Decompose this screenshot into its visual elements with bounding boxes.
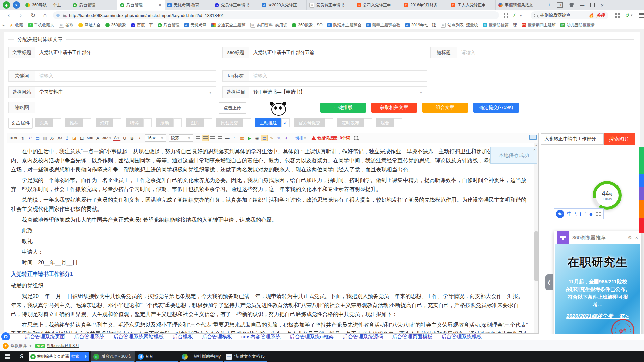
maximize-button[interactable] bbox=[590, 3, 595, 7]
font-color-icon[interactable]: A▼ bbox=[113, 135, 121, 141]
footer-link[interactable]: 后台管理系统ui框架 bbox=[290, 334, 334, 340]
attribute-checkbox[interactable] bbox=[364, 118, 372, 127]
gear-icon[interactable]: ⚙ bbox=[628, 235, 632, 240]
taskbar-app[interactable]: 一键排版助手(MyE... bbox=[179, 351, 223, 362]
align-right-icon[interactable] bbox=[209, 135, 216, 141]
close-icon[interactable]: × bbox=[635, 235, 638, 240]
user-icon[interactable]: ☻ bbox=[589, 211, 594, 217]
underline-icon[interactable]: U bbox=[121, 135, 128, 141]
bookmark-item[interactable]: 360搜索 bbox=[105, 22, 126, 28]
special-char-icon[interactable]: Ω bbox=[78, 135, 85, 141]
url-text[interactable]: http://lianhe.5068.com/index.php/admin/a… bbox=[69, 13, 224, 18]
taskbar-search-text[interactable]: 林则徐基金会辟谣 bbox=[36, 354, 70, 359]
home-icon[interactable]: ⌂ bbox=[42, 12, 48, 19]
bookmark-item[interactable]: 考无忧考网 bbox=[184, 22, 207, 28]
editor-scrollbar[interactable]: ▲ bbox=[534, 143, 538, 333]
align-left-icon[interactable] bbox=[195, 135, 201, 141]
attribute-chip[interactable]: 特荐 bbox=[126, 118, 152, 127]
image-zoom-icon[interactable] bbox=[354, 136, 358, 140]
page-props-icon[interactable]: ▤ bbox=[261, 135, 268, 141]
bold-icon[interactable]: B bbox=[129, 135, 136, 141]
taskbar-app[interactable]: e后台管理 - 360安... bbox=[91, 351, 135, 362]
attribute-chip[interactable]: 原创提交 bbox=[216, 118, 251, 127]
brush-icon[interactable]: ✎ bbox=[268, 135, 275, 141]
template-icon[interactable]: ▤ bbox=[34, 135, 41, 141]
ad-title[interactable]: 在职研究生 bbox=[555, 255, 640, 270]
dock-strip-green[interactable] bbox=[639, 147, 644, 174]
subscript-icon[interactable]: X₁ bbox=[49, 135, 56, 141]
upload-button[interactable]: 点击上传 bbox=[219, 102, 246, 114]
attribute-chip[interactable]: 组合 bbox=[376, 118, 402, 127]
browser-tab[interactable]: ▤党员转正申请书 bbox=[307, 0, 354, 10]
bookmark-item[interactable]: 考2019年七一建 bbox=[405, 22, 436, 28]
bookmark-item[interactable]: ▤谷歌 bbox=[59, 22, 74, 28]
bookmark-item[interactable]: ★收藏 bbox=[9, 22, 23, 28]
browser-tab[interactable]: 事假请假条范文 bbox=[496, 0, 543, 10]
image-search-input[interactable]: 入党转正申请书工作部分 bbox=[541, 133, 604, 145]
ime-mode-toggle[interactable]: 中 bbox=[567, 211, 572, 217]
media-icon[interactable]: ▶ bbox=[246, 135, 253, 141]
footer-link[interactable]: 后台管理页面模板 bbox=[392, 334, 432, 340]
attribute-checkbox[interactable] bbox=[204, 118, 212, 127]
bookmark-item[interactable]: 班禁毒主题班会教 bbox=[366, 22, 400, 28]
bg-color-icon[interactable]: A bbox=[95, 135, 101, 141]
align-center-icon[interactable] bbox=[202, 135, 209, 141]
bookmark-item[interactable]: ◉后台管理 bbox=[158, 22, 180, 28]
speed-mode-icon[interactable]: ⚡ bbox=[513, 13, 516, 18]
attribute-checkbox[interactable] bbox=[173, 118, 182, 127]
back-icon[interactable]: ‹ bbox=[5, 12, 12, 19]
bookmark-item[interactable]: 交通安全主题班 bbox=[211, 22, 246, 28]
undo-close-icon[interactable]: ↺ bbox=[625, 12, 630, 18]
anchor-icon[interactable]: ⚓ bbox=[64, 135, 70, 141]
punctuation-icon[interactable]: °, bbox=[574, 211, 578, 217]
chevron-down-icon[interactable]: ▼ bbox=[630, 14, 633, 17]
new-tab-button[interactable]: + bbox=[548, 2, 551, 8]
superscript-icon[interactable]: X² bbox=[56, 135, 63, 141]
qr-code-icon[interactable] bbox=[504, 13, 508, 18]
ad-link[interactable]: 2020/2021院校学费一览＞ bbox=[555, 313, 640, 320]
browser-tab[interactable]: ◉后台管理 bbox=[70, 0, 117, 10]
dock-strip-orange[interactable] bbox=[639, 200, 644, 218]
attribute-chip[interactable]: 推荐 bbox=[65, 118, 91, 127]
bookmark-item[interactable]: ⸫百度一下 bbox=[131, 22, 153, 28]
action-button-1[interactable]: 一键排版 bbox=[320, 103, 366, 113]
browser-tab[interactable]: 360导航_一个主 bbox=[23, 0, 70, 10]
action-button-2[interactable]: 获取相关文章 bbox=[371, 103, 417, 113]
italic-icon[interactable]: I bbox=[136, 135, 143, 141]
tab-count-badge[interactable]: 11 bbox=[557, 2, 563, 8]
preview-icon[interactable]: ¶ bbox=[19, 135, 26, 141]
paragraph-select[interactable]: 段落▼ bbox=[169, 134, 193, 142]
bookmark-item[interactable]: 班防溺水主题班会 bbox=[327, 22, 362, 28]
taskbar-app[interactable]: d钉钉 bbox=[135, 351, 179, 362]
copy-icon[interactable]: ▥ bbox=[42, 135, 48, 141]
find-icon[interactable]: ◉ bbox=[254, 135, 260, 141]
attribute-checkbox[interactable] bbox=[83, 118, 91, 127]
action-button-3[interactable]: 组合文章 bbox=[422, 103, 468, 113]
taskbar-search-button[interactable]: 搜索一下 bbox=[70, 352, 89, 361]
ime-toolbar[interactable]: du 中 °, ☻ bbox=[554, 208, 604, 219]
bookmark-item[interactable]: ▤站点列表_流量统 bbox=[441, 22, 478, 28]
chevron-down-icon[interactable]: ▼ bbox=[29, 344, 32, 348]
undo-icon[interactable]: ↶ bbox=[27, 135, 34, 141]
article-title-input[interactable]: 入党转正申请书工作部分 bbox=[35, 47, 216, 58]
dock-strip-purple[interactable] bbox=[639, 187, 644, 200]
footer-link[interactable]: 后台管理系统网站模板 bbox=[113, 334, 164, 340]
short-title-input[interactable]: 请输入 bbox=[457, 47, 635, 58]
thumbnail-input[interactable] bbox=[35, 102, 216, 113]
browser-tab[interactable]: 考★2020入党转正 bbox=[259, 0, 307, 10]
strikethrough-icon[interactable]: ABC bbox=[86, 135, 94, 141]
menu-icon[interactable] bbox=[639, 13, 644, 18]
url-input[interactable]: ✕ http://lianhe.5068.com/index.php/admin… bbox=[53, 11, 499, 19]
spellcheck-icon[interactable]: ab✓▼ bbox=[102, 135, 113, 141]
bookmark-item[interactable]: 幼幼儿园防疫疫情 bbox=[560, 22, 595, 28]
eraser-icon[interactable]: ◪ bbox=[71, 135, 78, 141]
attribute-chip[interactable]: 主动推送✓ bbox=[255, 118, 290, 127]
attribute-checkbox[interactable] bbox=[53, 118, 61, 127]
site-select[interactable]: 学习资料库▼ bbox=[35, 86, 216, 98]
hot-badge[interactable]: 🔥 bbox=[589, 13, 594, 18]
minimize-button[interactable]: — bbox=[580, 3, 584, 8]
attribute-chip[interactable]: 定时发布 bbox=[337, 118, 372, 127]
image-icon[interactable]: ▦ bbox=[239, 135, 246, 141]
html-source-icon[interactable]: HTML bbox=[9, 135, 19, 141]
action-button-4[interactable]: 确定提交(-759s) bbox=[473, 103, 519, 113]
